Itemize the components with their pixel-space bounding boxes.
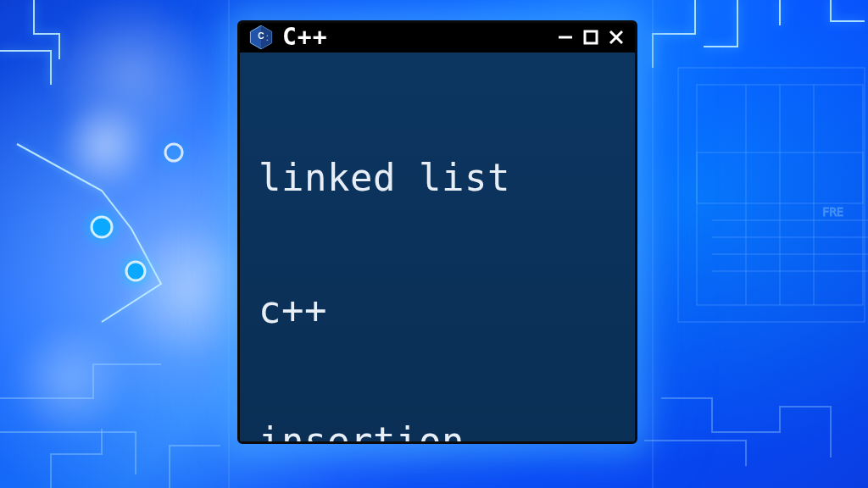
svg-text:C: C xyxy=(258,31,264,41)
cpp-logo-icon: C + + xyxy=(248,25,274,50)
svg-rect-22 xyxy=(585,31,597,43)
window-content: linked list c++ insertion xyxy=(240,53,635,444)
window-titlebar: C + + C++ xyxy=(240,23,635,53)
content-line: c++ xyxy=(259,288,616,332)
content-line: linked list xyxy=(259,156,616,200)
minimize-button[interactable] xyxy=(555,27,576,47)
window-controls xyxy=(555,27,626,47)
code-window: C + + C++ linked list c++ insertion xyxy=(237,20,637,444)
content-line: insertion xyxy=(259,419,616,444)
close-button[interactable] xyxy=(606,27,626,47)
maximize-button[interactable] xyxy=(581,27,601,47)
window-title: C++ xyxy=(282,23,328,51)
